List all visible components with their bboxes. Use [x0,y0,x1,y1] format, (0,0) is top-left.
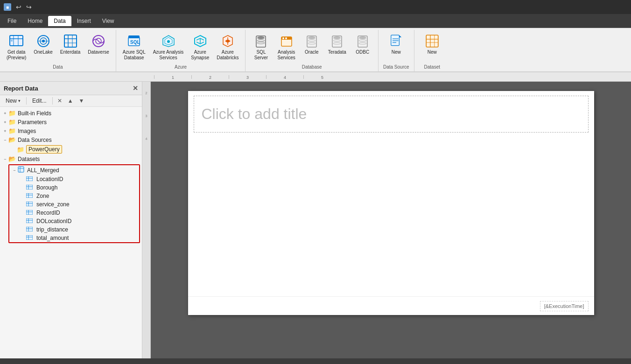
tree-total-amount[interactable]: total_amount [9,234,139,242]
get-data-label: Get data(Preview) [7,49,26,61]
ribbon-data-buttons: Get data(Preview) OneLake [4,32,112,63]
builtin-fields-folder-icon: 📁 [8,110,16,117]
menu-file[interactable]: File [2,16,22,26]
svg-marker-47 [399,35,401,37]
datasources-expander[interactable]: − [2,137,8,143]
ribbon-dataset-label: Dataset [418,63,446,71]
tree-datasets[interactable]: − 📂 Datasets [0,154,142,163]
report-page[interactable]: Click to add title [&ExecutionTime] [188,91,594,315]
ribbon: Get data(Preview) OneLake [0,28,631,72]
builtin-fields-expander[interactable]: + [2,110,8,117]
teradata-button[interactable]: Teradata [325,32,349,57]
dataverse-label: Dataverse [88,49,109,55]
svg-point-27 [257,36,265,39]
odbc-button[interactable]: ODBC [351,32,374,57]
oracle-label: Oracle [305,49,318,55]
datasets-expander[interactable]: − [2,156,8,162]
toolbar-separator-1 [26,97,27,105]
undo-button[interactable]: ↩ [15,3,22,11]
menu-insert[interactable]: Insert [71,16,97,26]
ruler-bar: 1 2 3 4 5 [0,72,631,82]
report-title-area[interactable]: Click to add title [194,96,589,133]
delete-toolbar-button[interactable]: ✕ [56,97,64,105]
borough-icon [26,185,33,190]
move-down-toolbar-button[interactable]: ▼ [77,97,86,105]
azure-analysis-button[interactable]: Azure AnalysisServices [150,32,187,63]
tree-all-merged[interactable]: − ALL_Merged [9,165,139,175]
new-dataset-label: New [428,49,437,55]
report-title-placeholder: Click to add title [202,105,307,122]
menu-view[interactable]: View [97,16,120,26]
tree-powerquery[interactable]: 📁 PowerQuery [0,144,142,154]
azure-synapse-button[interactable]: AzureSynapse [188,32,212,63]
enterdata-button[interactable]: Enterdata [57,32,83,57]
title-bar: ■ ↩ ↪ [0,0,631,14]
parameters-expander[interactable]: + [2,119,8,126]
tree-borough[interactable]: Borough [9,183,139,192]
datasets-label: Datasets [18,156,40,162]
tree-trip-distance[interactable]: trip_distance [9,225,139,234]
svg-rect-59 [26,176,33,181]
side-panel-toolbar: New Edit... ✕ ▲ ▼ [0,95,142,107]
dataverse-button[interactable]: Dataverse [85,32,112,57]
all-merged-label: ALL_Merged [27,167,59,174]
tree-parameters[interactable]: + 📁 Parameters [0,118,142,126]
oracle-icon [304,34,319,49]
svg-point-33 [285,37,287,39]
parameters-label: Parameters [18,119,47,126]
locationid-label: LocationID [36,176,63,182]
analysis-services-button[interactable]: AnalysisServices [274,32,298,63]
redo-button[interactable]: ↪ [25,3,33,11]
powerquery-icon: 📁 [17,146,24,153]
azure-sql-button[interactable]: SQL Azure SQLDatabase [120,32,148,63]
powerquery-label: PowerQuery [26,145,62,154]
datasources-folder-icon: 📂 [8,136,16,143]
azure-analysis-label: Azure AnalysisServices [153,49,184,61]
move-up-toolbar-button[interactable]: ▲ [66,97,75,105]
new-toolbar-button[interactable]: New [3,97,23,105]
new-dataset-button[interactable]: New [418,32,446,57]
tree-locationid[interactable]: LocationID [9,175,139,183]
sql-server-button[interactable]: SQLServer [249,32,273,63]
ruler-3-label: 3 [145,114,147,118]
get-data-button[interactable]: Get data(Preview) [4,32,29,63]
svg-rect-71 [26,210,33,215]
svg-rect-65 [26,193,33,198]
ribbon-dataset-buttons: New [418,32,446,63]
ribbon-database-label: Database [249,63,374,71]
report-body[interactable] [188,137,594,296]
builtin-fields-label: Built-in Fields [18,110,51,117]
close-button[interactable]: ✕ [133,84,138,92]
dolocationid-icon [26,218,33,224]
tree-datasources[interactable]: − 📂 Data Sources [0,135,142,144]
tree-recordid[interactable]: RecordID [9,209,139,217]
ruler-4-label: 4 [145,137,147,141]
ribbon-azure-label: Azure [120,63,242,71]
ruler-mark-2: 2 [191,75,229,79]
edit-toolbar-button[interactable]: Edit... [29,97,49,105]
menu-home[interactable]: Home [22,16,48,26]
tree-images[interactable]: + 📁 Images [0,126,142,135]
canvas-area: Click to add title [&ExecutionTime] [151,82,631,358]
tree-builtin-fields[interactable]: + 📁 Built-in Fields [0,109,142,118]
tree-zone[interactable]: Zone [9,192,139,200]
datasources-label: Data Sources [18,137,52,143]
azure-synapse-icon [193,34,208,49]
all-merged-expander[interactable]: − [11,167,18,174]
new-datasource-button[interactable]: New [382,32,410,57]
onelake-button[interactable]: OneLake [31,32,56,57]
svg-rect-51 [426,35,438,47]
dolocationid-label: DOLocationID [36,218,71,224]
toolbar-separator-2 [52,97,53,105]
tree-dolocationid[interactable]: DOLocationID [9,217,139,225]
svg-rect-4 [11,40,13,42]
tree-service-zone[interactable]: service_zone [9,200,139,209]
svg-rect-18 [128,35,140,38]
oracle-button[interactable]: Oracle [300,32,323,57]
menu-data[interactable]: Data [48,16,71,26]
ruler-mark-4: 4 [266,75,303,79]
azure-databricks-button[interactable]: AzureDatabricks [214,32,241,63]
menu-bar: File Home Data Insert View [0,14,631,28]
images-expander[interactable]: + [2,128,8,134]
side-panel-content: + 📁 Built-in Fields + 📁 Parameters + 📁 I… [0,107,142,358]
